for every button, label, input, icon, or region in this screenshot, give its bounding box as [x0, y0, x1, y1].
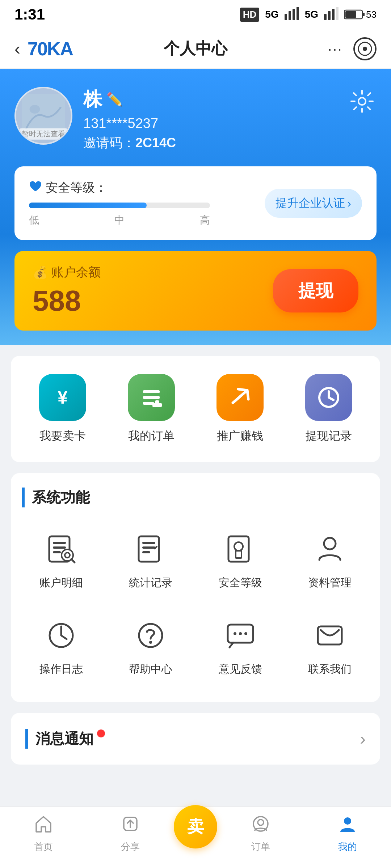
action-sell-card[interactable]: ¥ 我要卖卡	[22, 374, 103, 444]
sell-card-icon: ¥	[39, 374, 86, 421]
svg-rect-5	[328, 11, 331, 20]
app-logo: 70KA	[28, 38, 73, 60]
orders-icon	[251, 814, 270, 838]
nav-orders[interactable]: 订单	[217, 814, 304, 853]
sys-account-detail[interactable]: 账户明细	[22, 522, 101, 597]
svg-rect-32	[142, 546, 155, 549]
page-title: 个人中心	[164, 38, 227, 59]
upgrade-certification-button[interactable]: 提升企业认证 ›	[265, 189, 362, 218]
svg-point-15	[358, 98, 366, 105]
nav-mine[interactable]: 我的	[304, 814, 391, 853]
security-level-icon	[220, 529, 260, 569]
sys-help[interactable]: 帮助中心	[112, 608, 190, 684]
svg-rect-1	[289, 11, 291, 20]
svg-rect-2	[293, 9, 295, 20]
svg-rect-6	[332, 9, 335, 20]
sys-security-label: 安全等级	[219, 575, 262, 590]
security-label-mid: 中	[114, 213, 125, 227]
profile-name: 株 ✏️	[83, 87, 337, 112]
svg-rect-0	[285, 14, 287, 20]
notification-red-dot	[97, 729, 105, 737]
sys-stats[interactable]: 统计记录	[112, 522, 190, 597]
nav-sell-center-button[interactable]: 卖	[174, 805, 217, 848]
sys-profile-mgmt-label: 资料管理	[308, 575, 352, 590]
security-card: 安全等级： 低 中 高 提升企业认证 ›	[14, 166, 377, 240]
my-orders-icon	[128, 374, 175, 421]
signal-icon-2	[324, 7, 339, 22]
withdraw-button[interactable]: 提现	[273, 269, 358, 312]
sys-feedback[interactable]: 意见反馈	[201, 608, 280, 684]
svg-text:¥: ¥	[58, 387, 68, 408]
operation-log-icon	[41, 616, 81, 655]
contact-icon	[310, 616, 350, 655]
balance-amount: 588	[33, 284, 101, 318]
nav-home-label: 首页	[34, 841, 53, 853]
svg-point-47	[258, 820, 264, 825]
sys-operation-log-label: 操作日志	[39, 662, 83, 677]
nav-orders-label: 订单	[251, 841, 270, 853]
svg-rect-24	[53, 542, 66, 544]
settings-button[interactable]	[348, 87, 377, 116]
network-5g-1: 5G	[265, 9, 278, 20]
profile-section: 暂时无法查看 株 ✏️ 131****5237 邀请码：2C14C	[14, 87, 377, 152]
hd-badge: HD	[240, 8, 260, 22]
nav-share[interactable]: 分享	[87, 814, 174, 853]
more-options-button[interactable]: ···	[328, 40, 342, 58]
svg-rect-30	[139, 536, 159, 562]
nav-home[interactable]: 首页	[0, 814, 87, 853]
action-my-orders-label: 我的订单	[128, 428, 175, 444]
svg-rect-10	[345, 11, 356, 18]
svg-rect-33	[142, 551, 150, 553]
sys-help-label: 帮助中心	[129, 662, 172, 677]
sys-profile-mgmt[interactable]: 资料管理	[291, 522, 370, 597]
security-label-high: 高	[200, 213, 210, 227]
svg-rect-31	[142, 542, 155, 544]
sys-stats-label: 统计记录	[129, 575, 172, 590]
svg-rect-19	[143, 402, 154, 405]
help-icon	[131, 616, 171, 655]
mine-icon	[338, 814, 357, 838]
sys-contact[interactable]: 联系我们	[291, 608, 370, 684]
header: ‹ 70KA 个人中心 ···	[0, 29, 391, 69]
action-promote[interactable]: 推广赚钱	[199, 374, 281, 444]
feedback-icon	[220, 616, 260, 655]
profile-phone: 131****5237	[83, 116, 337, 131]
sys-contact-label: 联系我们	[308, 662, 352, 677]
money-bag-icon: 💰	[33, 265, 48, 280]
svg-rect-17	[143, 390, 160, 393]
action-withdraw-history[interactable]: 提现记录	[288, 374, 369, 444]
system-section-title: 系统功能	[22, 488, 369, 507]
svg-point-48	[344, 817, 351, 825]
avatar-label: 暂时无法查看	[20, 128, 67, 140]
balance-card: 💰 账户余额 588 提现	[14, 251, 377, 331]
notification-section[interactable]: 消息通知 ›	[11, 713, 380, 765]
svg-rect-9	[362, 13, 365, 16]
scan-button[interactable]	[353, 37, 377, 60]
status-icons: HD 5G 5G 53	[240, 7, 377, 22]
action-my-orders[interactable]: 我的订单	[110, 374, 192, 444]
action-sell-card-label: 我要卖卡	[39, 428, 86, 444]
signal-icon-1	[285, 7, 299, 22]
bottom-nav: 首页 分享 卖 订单 我的	[0, 807, 391, 868]
back-button[interactable]: ‹	[14, 39, 20, 59]
profile-info: 株 ✏️ 131****5237 邀请码：2C14C	[83, 87, 337, 152]
sys-operation-log[interactable]: 操作日志	[22, 608, 101, 684]
svg-rect-26	[53, 551, 61, 553]
stats-icon	[131, 529, 171, 569]
avatar[interactable]: 暂时无法查看	[14, 87, 72, 145]
security-right: 提升企业认证 ›	[265, 189, 362, 218]
edit-profile-button[interactable]: ✏️	[106, 92, 123, 107]
header-left: ‹ 70KA	[14, 38, 73, 60]
security-label-low: 低	[29, 213, 39, 227]
svg-rect-18	[143, 396, 160, 399]
balance-label: 💰 账户余额	[33, 264, 101, 281]
status-bar: 1:31 HD 5G 5G 53	[0, 0, 391, 29]
action-withdraw-history-label: 提现记录	[306, 428, 352, 444]
system-functions-section: 系统功能 账户明细	[11, 473, 380, 702]
sys-feedback-label: 意见反馈	[219, 662, 262, 677]
notification-title-wrap: 消息通知	[25, 729, 105, 749]
sys-security[interactable]: 安全等级	[201, 522, 280, 597]
svg-rect-25	[53, 546, 66, 549]
quick-actions-grid: ¥ 我要卖卡 我的订单 推广赚钱	[11, 356, 380, 462]
svg-point-12	[363, 47, 367, 51]
